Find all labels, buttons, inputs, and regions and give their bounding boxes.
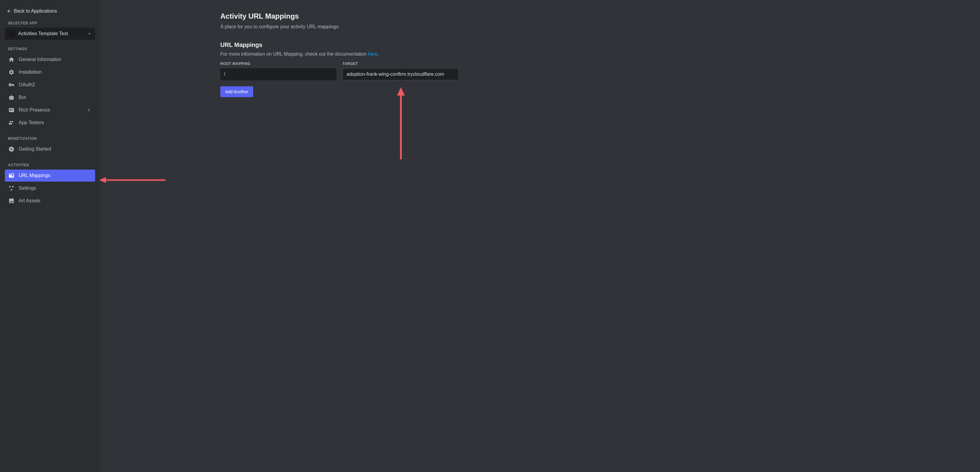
svg-marker-6 bbox=[397, 87, 405, 96]
svg-point-1 bbox=[12, 186, 14, 188]
sidebar-item-art-assets[interactable]: Art Assets bbox=[5, 195, 95, 207]
nav-label: General Information bbox=[19, 57, 61, 62]
activities-label: Activities bbox=[5, 163, 95, 167]
root-mapping-label: Root Mapping bbox=[220, 62, 337, 66]
root-mapping-input[interactable] bbox=[220, 68, 337, 80]
main-content: Activity URL Mappings A place for you to… bbox=[100, 0, 980, 472]
app-avatar bbox=[8, 30, 15, 37]
nav-label: OAuth2 bbox=[19, 82, 35, 87]
annotation-arrow-left bbox=[99, 176, 165, 184]
sidebar-item-getting-started[interactable]: Getting Started bbox=[5, 143, 95, 155]
section-description: For more information on URL Mapping, che… bbox=[220, 51, 962, 57]
root-mapping-column: Root Mapping bbox=[220, 62, 337, 80]
chevron-right-icon bbox=[86, 107, 92, 113]
page-subtitle: A place for you to configure your activi… bbox=[220, 24, 962, 30]
nav-label: Rich Presence bbox=[19, 107, 50, 113]
chevron-down-icon bbox=[87, 31, 92, 36]
svg-point-0 bbox=[10, 186, 11, 188]
sidebar-item-rich-presence[interactable]: Rich Presence bbox=[5, 104, 95, 116]
people-icon bbox=[8, 120, 14, 126]
card-icon bbox=[8, 107, 14, 113]
app-name: Activities Template Test bbox=[18, 31, 87, 36]
svg-marker-4 bbox=[99, 177, 106, 183]
selected-app-label: Selected App bbox=[5, 21, 95, 25]
robot-icon bbox=[8, 94, 14, 100]
page-title: Activity URL Mappings bbox=[220, 12, 962, 21]
nodes-icon bbox=[8, 185, 14, 191]
nav-label: URL Mappings bbox=[19, 173, 50, 178]
sidebar-item-app-testers[interactable]: App Testers bbox=[5, 117, 95, 129]
gear-icon bbox=[8, 69, 14, 75]
target-label: Target bbox=[342, 62, 459, 66]
add-another-button[interactable]: Add Another bbox=[220, 86, 253, 97]
section-title: URL Mappings bbox=[220, 41, 962, 48]
app-selector-dropdown[interactable]: Activities Template Test bbox=[5, 28, 95, 40]
image-icon bbox=[8, 198, 14, 204]
home-icon bbox=[8, 57, 14, 63]
mapping-row: Root Mapping Target bbox=[220, 62, 962, 80]
nav-section-settings: Settings General Information Installatio… bbox=[5, 47, 95, 129]
target-column: Target bbox=[342, 62, 459, 80]
settings-label: Settings bbox=[5, 47, 95, 51]
nav-label: Getting Started bbox=[19, 146, 51, 152]
sidebar-item-bot[interactable]: Bot bbox=[5, 91, 95, 103]
nav-section-monetization: Monetization Getting Started bbox=[5, 136, 95, 156]
nav-label: Installation bbox=[19, 70, 42, 75]
sidebar-item-url-mappings[interactable]: URL Mappings bbox=[5, 169, 95, 182]
nav-section-activities: Activities URL Mappings Settings Art Ass… bbox=[5, 163, 95, 207]
back-to-applications-link[interactable]: Back to Applications bbox=[5, 7, 95, 15]
target-input[interactable] bbox=[342, 68, 459, 80]
nav-label: App Testers bbox=[19, 120, 44, 125]
sidebar-item-installation[interactable]: Installation bbox=[5, 66, 95, 78]
documentation-link[interactable]: here bbox=[368, 51, 377, 57]
sidebar-item-general-information[interactable]: General Information bbox=[5, 54, 95, 65]
back-label: Back to Applications bbox=[14, 8, 57, 14]
monetization-label: Monetization bbox=[5, 136, 95, 141]
key-icon bbox=[8, 82, 14, 88]
nav-label: Art Assets bbox=[19, 198, 40, 204]
sidebar-item-oauth2[interactable]: OAuth2 bbox=[5, 79, 95, 91]
url-card-icon bbox=[8, 173, 14, 179]
plus-circle-icon bbox=[8, 146, 14, 152]
arrow-left-icon bbox=[6, 9, 11, 14]
annotation-arrow-up bbox=[396, 87, 406, 159]
nav-label: Settings bbox=[19, 185, 36, 191]
sidebar: Back to Applications Selected App Activi… bbox=[0, 0, 100, 472]
svg-point-2 bbox=[11, 189, 12, 191]
nav-label: Bot bbox=[19, 95, 26, 100]
sidebar-item-settings[interactable]: Settings bbox=[5, 182, 95, 194]
